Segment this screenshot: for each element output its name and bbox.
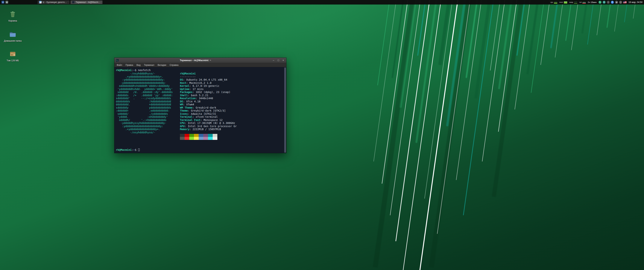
info-label: DE: [180, 100, 183, 103]
uptime-indicator: 0ч 18мин: [588, 1, 597, 3]
bluetooth-icon[interactable]: B: [611, 1, 614, 4]
taskbar-button-app[interactable]: lz - Хуолинукс десктоп тр...: [38, 0, 70, 4]
trash-icon: [9, 11, 16, 18]
neofetch-info-line: WM Theme: Greybird-dark: [180, 106, 237, 109]
taskbar: lz - Хуолинукс десктоп тр... Терминал - …: [38, 0, 102, 4]
desktop-icon-label: Том 126 МБ: [6, 59, 19, 62]
typed-command: neofetch: [138, 69, 150, 72]
scrollbar-thumb[interactable]: [284, 68, 286, 153]
info-value: : Greybird-dark: [192, 106, 216, 109]
terminal-content[interactable]: rk@Macmini:~$neofetch -/osyhddddhyso/- .…: [114, 67, 286, 153]
wallpaper-streak: [531, 0, 544, 93]
terminal-scrollbar[interactable]: [284, 67, 286, 153]
info-value: : Intel i7-3615QM (8) @ 3.300GHz: [184, 121, 235, 124]
monitor-swap[interactable]: swap: [569, 1, 578, 4]
info-label: WM: [180, 103, 183, 106]
monitor-label: net: [580, 1, 582, 3]
palette-color: [213, 137, 217, 140]
neofetch-info-line: DE: Xfce 4.18: [180, 100, 237, 103]
wallpaper-streak: [463, 0, 495, 215]
neofetch-info-line: Icons: Adwaita [GTK2/3]: [180, 112, 237, 115]
applications-menu-icon[interactable]: ⊞: [2, 1, 4, 4]
close-button[interactable]: ×: [282, 59, 285, 62]
info-value: : 2222MiB / 15897MiB: [190, 128, 221, 131]
network-icon[interactable]: ↕: [619, 1, 622, 4]
monitor-mem[interactable]: mem: [560, 1, 568, 4]
titlebar[interactable]: >_ Терминал - rk@Macmini: ~ – □ ×: [114, 58, 286, 63]
maximize-button[interactable]: □: [277, 59, 280, 62]
palette-color: [208, 134, 213, 137]
volume-icon[interactable]: ◄: [615, 1, 618, 4]
updates-icon[interactable]: ↻: [598, 1, 602, 4]
neofetch-info-line: Shell: bash 5.2.21: [180, 94, 237, 97]
prompt-user-host: rk@Macmini: [116, 69, 132, 72]
neofetch-info-line: Packages: 1832 (dpkg), 23 (snap): [180, 91, 237, 94]
info-value: : Xfce 4.18: [183, 100, 200, 103]
terminal-window-icon: [72, 1, 74, 3]
mem-graph-icon: [564, 1, 568, 4]
prompt-colon: :: [132, 69, 133, 72]
notifications-icon[interactable]: •: [607, 1, 610, 4]
neofetch-color-palette: [180, 134, 217, 140]
cpu-graph-icon: [554, 1, 558, 4]
neofetch-info-line: Host: Macmini6,2 1.0: [180, 81, 237, 85]
palette-row: [180, 137, 217, 140]
wallpaper-streak: [587, 0, 594, 45]
taskbar-button-label: lz - Хуолинукс десктоп тр...: [43, 1, 68, 4]
info-value: : 6.17.0-19-generic: [190, 84, 220, 87]
menu-item-5[interactable]: Справка: [168, 63, 180, 67]
menu-item-0[interactable]: Файл: [115, 63, 124, 67]
wallpaper-streak: [540, 0, 551, 65]
neofetch-separator: ----------: [180, 75, 196, 78]
palette-color: [203, 137, 208, 140]
taskbar-button-terminal[interactable]: Терминал - rk@Macmini:~: [70, 0, 102, 4]
palette-color: [213, 134, 217, 137]
info-label: Kernel: [180, 84, 190, 87]
desktop-icon-home[interactable]: Домашняя папка: [2, 31, 24, 42]
info-value: : Macmini6,2 1.0: [186, 81, 212, 84]
prompt-symbol: $: [135, 148, 136, 151]
net-graph-icon: [582, 1, 586, 4]
wallpaper-streak: [474, 0, 492, 99]
menu-item-1[interactable]: Правка: [124, 63, 135, 67]
monitor-net[interactable]: net: [580, 1, 586, 4]
swap-graph-icon: [574, 1, 578, 4]
desktop-icon-trash[interactable]: Корзина: [2, 11, 24, 22]
keyboard-layout-flag[interactable]: [623, 1, 626, 3]
file-manager-icon[interactable]: ▤: [6, 1, 8, 4]
neofetch-info-line: GPU: Intel 3rd Gen Core processor Gr: [180, 125, 237, 128]
terminal-window: >_ Терминал - rk@Macmini: ~ – □ × ФайлПр…: [114, 58, 286, 153]
wallpaper-streak: [396, 0, 431, 241]
neofetch-info-line: Memory: 2222MiB / 15897MiB: [180, 128, 237, 131]
palette-color: [180, 137, 184, 140]
neofetch-info-column: rk@Macmini----------OS: Xubuntu 24.04.4 …: [180, 72, 237, 131]
info-label: Terminal Font: [180, 118, 200, 121]
mail-icon[interactable]: ✉: [603, 1, 606, 4]
desktop-icon-volume[interactable]: Том 126 МБ: [2, 50, 24, 62]
terminal-cursor: [138, 149, 140, 151]
info-label: Theme: [180, 109, 188, 112]
info-value: : 1832 (dpkg), 23 (snap): [192, 91, 230, 94]
menu-item-2[interactable]: Вид: [135, 63, 142, 67]
palette-color: [194, 137, 199, 140]
info-value: : 17 mins: [190, 88, 204, 91]
monitor-cpu[interactable]: cpu: [550, 1, 558, 4]
menu-item-4[interactable]: Вкладки: [156, 63, 168, 67]
neofetch-info-line: Kernel: 6.17.0-19-generic: [180, 84, 237, 88]
system-tray: ↻✉•B◄↕: [598, 1, 626, 4]
monitor-label: mem: [560, 1, 563, 3]
info-value: : Monospace 12: [200, 118, 222, 121]
clock[interactable]: 16 мар, 04:50: [628, 1, 642, 4]
prompt-path: ~: [133, 148, 135, 151]
window-title: Терминал - rk@Macmini: ~: [119, 59, 272, 62]
prompt-user-host: rk@Macmini: [116, 148, 132, 151]
palette-color: [199, 137, 203, 140]
palette-color: [184, 134, 189, 137]
menu-item-3[interactable]: Терминал: [142, 63, 156, 67]
neofetch-info-line: Terminal Font: Monospace 12: [180, 118, 237, 122]
minimize-button[interactable]: –: [272, 59, 275, 62]
prompt-symbol: $: [135, 69, 136, 72]
wallpaper-streak: [424, 0, 454, 199]
neofetch-info-line: OS: Xubuntu 24.04.4 LTS x86_64: [180, 78, 237, 81]
info-label: OS: [180, 78, 183, 81]
